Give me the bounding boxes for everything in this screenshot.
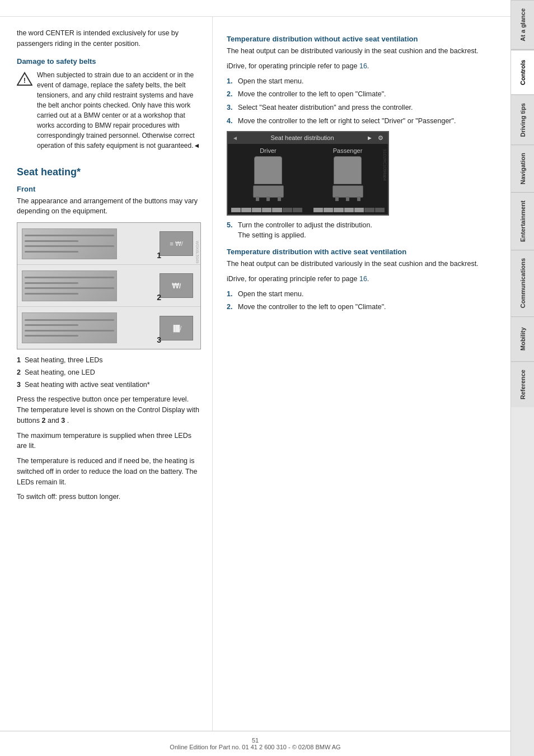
- idrive-settings-icon: ⚙: [378, 134, 383, 141]
- idrive-passenger-col: Passenger: [311, 147, 385, 201]
- idrive-seg-bar: [228, 206, 388, 214]
- idrive-page-link-without[interactable]: 16: [359, 62, 367, 70]
- content-columns: the word CENTER is intended exclusively …: [0, 17, 510, 731]
- seat-leg-4: [335, 197, 339, 201]
- seat-cushion-driver: [253, 185, 284, 198]
- top-bar: [0, 0, 510, 17]
- sidebar-tab-entertainment[interactable]: Entertainment: [511, 192, 534, 250]
- seat-back-driver: [254, 156, 282, 184]
- seat-label-list: 1 Seat heating, three LEDs 2 Seat heatin…: [17, 355, 201, 390]
- intro-text: the word CENTER is intended exclusively …: [17, 28, 201, 49]
- seg-2: [241, 208, 251, 212]
- line-1: [25, 235, 114, 236]
- driver-seat-graphic: [250, 156, 287, 201]
- row-num-3: 3: [157, 335, 161, 344]
- passenger-seat-graphic: [330, 156, 366, 201]
- right-column: Temperature distribution without active …: [213, 17, 510, 731]
- front-subsection-text: The appearance and arrangement of the bu…: [17, 196, 201, 217]
- seat-heating-title: Seat heating*: [17, 166, 201, 178]
- seg-11: [344, 208, 354, 212]
- seg-9: [324, 208, 333, 212]
- seat-icon-2: ₩/: [160, 273, 193, 298]
- page-wrapper: the word CENTER is intended exclusively …: [0, 0, 534, 756]
- line-3: [25, 245, 114, 247]
- seat-label-3: 3 Seat heating with active seat ventilat…: [17, 380, 201, 390]
- sidebar-tab-communications[interactable]: Communications: [511, 250, 534, 316]
- seat-cushion-passenger: [332, 185, 363, 198]
- seat-panel-3: [22, 312, 117, 343]
- seat-leg-5: [346, 197, 349, 201]
- seg-spacer: [303, 208, 312, 212]
- temp-without-heat-text: The heat output can be distributed vario…: [227, 46, 499, 57]
- seat-panel-lines-1: [22, 229, 116, 259]
- seat-label-2: 2 Seat heating, one LED: [17, 367, 201, 378]
- step-without-1: 1. Open the start menu.: [227, 76, 499, 87]
- temp-with-title: Temperature distribution with active sea…: [227, 248, 499, 256]
- seat-icon-3: ▐█/: [160, 316, 193, 340]
- idrive-driver-col: Driver: [231, 147, 305, 201]
- steps-with-list: 1. Open the start menu. 2. Move the cont…: [227, 289, 499, 313]
- seg-14: [375, 208, 385, 212]
- sidebar-tab-at-a-glance[interactable]: At a glance: [511, 0, 534, 50]
- line-6: [25, 282, 78, 284]
- seat-icon-1: ≡ ₩/: [160, 231, 193, 256]
- line-11: [25, 330, 114, 332]
- seat-label-1: 1 Seat heating, three LEDs: [17, 355, 201, 366]
- seg-10: [334, 208, 343, 212]
- warning-text: When subjected to strain due to an accid…: [37, 70, 201, 151]
- switch-off-text: To switch off: press button longer.: [17, 492, 201, 502]
- row-num-1: 1: [157, 251, 161, 260]
- idrive-watermark: S1O2RC1O98ab4: [383, 149, 387, 181]
- idrive-right-arrow: ►: [367, 134, 373, 141]
- left-column: the word CENTER is intended exclusively …: [0, 17, 213, 731]
- footer: 51 Online Edition for Part no. 01 41 2 6…: [0, 731, 510, 756]
- seat-panel-2: [22, 270, 117, 301]
- warning-triangle-icon: !: [17, 71, 32, 87]
- row-num-2: 2: [157, 293, 161, 302]
- main-content: the word CENTER is intended exclusively …: [0, 0, 510, 756]
- step-without-2: 2. Move the controller to the left to op…: [227, 89, 499, 100]
- sidebar-tab-reference[interactable]: Reference: [511, 361, 534, 407]
- line-2: [25, 240, 78, 242]
- seat-leg-1: [256, 197, 259, 201]
- step-5-list: 5. Turn the controller to adjust the dis…: [227, 220, 499, 241]
- idrive-ref-with: iDrive, for operating principle refer to…: [227, 274, 499, 284]
- seg-8: [313, 208, 323, 212]
- line-9: [25, 319, 114, 321]
- idrive-right-controls: ► ⚙: [367, 134, 383, 142]
- sidebar: At a glance Controls Driving tips Naviga…: [510, 0, 534, 756]
- idrive-title-bar: ◄ Seat heater distribution ► ⚙: [228, 132, 388, 144]
- line-7: [25, 287, 114, 289]
- svg-text:!: !: [24, 76, 26, 85]
- seat-legs-passenger: [335, 197, 360, 201]
- sidebar-tab-controls[interactable]: Controls: [511, 50, 534, 95]
- max-temp-text: The maximum temperature is supplied when…: [17, 431, 201, 452]
- step-with-1: 1. Open the start menu.: [227, 289, 499, 300]
- sidebar-tab-driving-tips[interactable]: Driving tips: [511, 95, 534, 145]
- temp-without-title: Temperature distribution without active …: [227, 35, 499, 43]
- idrive-title: Seat heater distribution: [270, 134, 334, 141]
- reduce-text: The temperature is reduced and if need b…: [17, 456, 201, 487]
- seat-row-1: ≡ ₩/ 1 WGK6L5049: [17, 223, 200, 265]
- front-subsection-title: Front: [17, 185, 201, 193]
- sidebar-tab-mobility[interactable]: Mobility: [511, 316, 534, 361]
- seg-5: [272, 208, 282, 212]
- idrive-ref-without: iDrive, for operating principle refer to…: [227, 61, 499, 72]
- seg-13: [364, 208, 374, 212]
- line-5: [25, 277, 114, 278]
- seat-row-2: ₩/ 2: [17, 265, 200, 307]
- damage-section-title: Damage to safety belts: [17, 57, 201, 66]
- idrive-driver-label: Driver: [260, 147, 276, 154]
- seg-7: [293, 208, 302, 212]
- warning-box: ! When subjected to strain due to an acc…: [17, 70, 201, 155]
- line-8: [25, 293, 78, 295]
- seg-1: [231, 208, 241, 212]
- seat-panel-lines-3: [22, 313, 116, 343]
- idrive-passenger-label: Passenger: [333, 147, 363, 154]
- idrive-page-link-with[interactable]: 16: [359, 275, 367, 283]
- seat-illustration-container: ≡ ₩/ 1 WGK6L5049: [17, 222, 201, 349]
- seat-leg-2: [266, 197, 270, 201]
- sidebar-tab-navigation[interactable]: Navigation: [511, 144, 534, 192]
- page-number: 51: [252, 737, 259, 744]
- seat-leg-3: [278, 197, 281, 201]
